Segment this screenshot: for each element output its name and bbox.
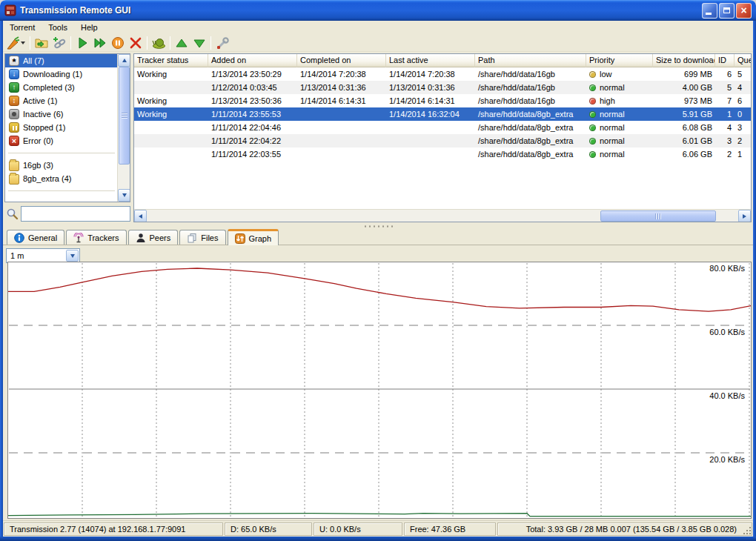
scroll-down-button[interactable]: [118, 189, 130, 202]
sidebar-item-16gb[interactable]: 16gb (3): [5, 159, 118, 172]
sidebar-item-stopped[interactable]: Stopped (1): [5, 121, 118, 134]
cell-completed_on: 1/14/2014 7:20:38: [297, 67, 386, 81]
alt-speed-button[interactable]: [150, 35, 168, 51]
tab-label: Trackers: [87, 233, 119, 242]
sidebar-item-label: Active (1): [23, 96, 57, 105]
scrollbar-thumb[interactable]: [600, 210, 716, 222]
connect-button[interactable]: [4, 35, 22, 51]
table-horizontal-scrollbar[interactable]: [134, 209, 751, 222]
cell-queue: 6: [735, 94, 752, 107]
sidebar-item-label: Stopped (1): [23, 123, 65, 132]
title-bar[interactable]: Transmission Remote GUI ×: [0, 0, 756, 21]
column-header-queue[interactable]: Que: [735, 54, 752, 67]
add-torrent-button[interactable]: [33, 35, 50, 51]
column-header-completed_on[interactable]: Completed on: [297, 54, 386, 67]
sidebar-scrollbar[interactable]: [117, 54, 130, 202]
maximize-button[interactable]: [719, 3, 735, 19]
search-input[interactable]: [21, 206, 130, 222]
priority-icon: [589, 151, 596, 158]
add-link-button[interactable]: [50, 35, 68, 51]
toolbar-separator: [170, 36, 170, 50]
tab-graph[interactable]: Graph: [228, 229, 279, 245]
move-down-button[interactable]: [190, 35, 208, 51]
remove-button[interactable]: [127, 35, 145, 51]
maximize-icon: [723, 7, 730, 13]
sidebar-item-downloading[interactable]: Downloading (1): [5, 67, 118, 81]
table-row[interactable]: 1/11/2014 22:03:55/share/hdd/data/8gb_ex…: [134, 147, 751, 161]
column-header-id[interactable]: ID: [715, 54, 735, 67]
sidebar-item-all[interactable]: All (7): [5, 54, 118, 67]
column-header-size_to_download[interactable]: Size to download: [653, 54, 715, 67]
application-window: Transmission Remote GUI × Torrent Tools …: [0, 0, 756, 541]
table-row[interactable]: 1/11/2014 22:04:22/share/hdd/data/8gb_ex…: [134, 134, 751, 147]
tab-label: Peers: [150, 233, 171, 242]
interval-select[interactable]: 1 m: [6, 248, 80, 263]
start-all-button[interactable]: [91, 35, 109, 51]
scroll-right-button[interactable]: [738, 210, 751, 222]
cell-path: /share/hdd/data/8gb_extra: [475, 134, 586, 147]
cell-completed_on: 1/14/2014 6:14:31: [297, 94, 386, 107]
pause-icon: [111, 36, 125, 50]
inactive-icon: [9, 109, 19, 119]
combo-dropdown-button[interactable]: [66, 250, 79, 262]
sidebar-item-error[interactable]: Error (0): [5, 134, 118, 147]
scrollbar-thumb[interactable]: [119, 67, 130, 165]
cell-path: /share/hdd/data/8gb_extra: [475, 107, 586, 121]
scroll-up-button[interactable]: [118, 54, 130, 67]
table-row[interactable]: Working1/13/2014 23:50:361/14/2014 6:14:…: [134, 94, 751, 107]
thumb-grip-icon: [655, 213, 661, 219]
priority-icon: [589, 111, 596, 118]
menu-item-tools[interactable]: Tools: [42, 21, 74, 33]
column-header-added_on[interactable]: Added on: [208, 54, 297, 67]
start-button[interactable]: [73, 35, 91, 51]
column-header-tracker_status[interactable]: Tracker status: [134, 54, 208, 67]
chevron-down-icon: [70, 254, 75, 258]
y-axis-label: 60.0 KB/s: [709, 328, 745, 336]
close-button[interactable]: ×: [736, 3, 752, 19]
cell-added_on: 1/11/2014 22:03:55: [208, 147, 297, 161]
tab-files[interactable]: Files: [179, 230, 225, 245]
sidebar-item-inactive[interactable]: Inactive (6): [5, 107, 118, 121]
column-header-priority[interactable]: Priority: [586, 54, 653, 67]
app-icon[interactable]: [4, 4, 16, 16]
menu-bar: Torrent Tools Help: [3, 21, 753, 34]
cell-added_on: 1/12/2014 0:03:45: [208, 81, 297, 94]
tab-general[interactable]: General: [7, 230, 64, 245]
sidebar-item-8gb_extra[interactable]: 8gb_extra (4): [5, 172, 118, 185]
options-button[interactable]: [213, 35, 231, 51]
menu-item-help[interactable]: Help: [74, 21, 105, 33]
cell-path: /share/hdd/data/8gb_extra: [475, 147, 586, 161]
table-header-row: Tracker statusAdded onCompleted onLast a…: [134, 54, 751, 67]
pause-button[interactable]: [109, 35, 127, 51]
sidebar-item-active[interactable]: Active (1): [5, 94, 118, 107]
minimize-button[interactable]: [702, 3, 717, 19]
table-row[interactable]: Working1/13/2014 23:50:291/14/2014 7:20:…: [134, 67, 751, 81]
cell-queue: 4: [735, 81, 752, 94]
table-row[interactable]: Working1/11/2014 23:55:531/14/2014 16:32…: [134, 107, 751, 121]
cell-id: 4: [715, 121, 735, 134]
tab-bar: General Trackers Peers Files Graph: [3, 228, 753, 245]
cell-last_active: [386, 147, 475, 161]
status-download-speed: D: 65.0 KB/s: [225, 522, 312, 536]
toolbar-separator: [30, 36, 30, 50]
column-header-path[interactable]: Path: [475, 54, 586, 67]
menu-item-torrent[interactable]: Torrent: [3, 21, 42, 33]
cell-tracker_status: Working: [134, 67, 208, 81]
table-row[interactable]: 1/12/2014 0:03:451/13/2014 0:31:361/13/2…: [134, 81, 751, 94]
resize-grip[interactable]: [743, 526, 752, 536]
column-header-last_active[interactable]: Last active: [386, 54, 475, 67]
tab-trackers[interactable]: Trackers: [66, 230, 126, 245]
all-icon: [9, 56, 19, 66]
speed-graph: 80.0 KB/s60.0 KB/s40.0 KB/s20.0 KB/s: [7, 262, 752, 519]
tab-peers[interactable]: Peers: [128, 230, 179, 245]
scroll-left-button[interactable]: [134, 210, 147, 222]
move-up-button[interactable]: [173, 35, 190, 51]
sidebar-separator: [8, 147, 115, 153]
connect-dropdown-icon[interactable]: [21, 42, 25, 44]
cell-size_to_download: 699 MB: [653, 67, 715, 81]
table-row[interactable]: 1/11/2014 22:04:46/share/hdd/data/8gb_ex…: [134, 121, 751, 134]
cell-size_to_download: 973 MB: [653, 94, 715, 107]
cell-last_active: [386, 121, 475, 134]
sidebar-item-completed[interactable]: Completed (3): [5, 81, 118, 94]
cell-queue: 0: [735, 107, 752, 121]
